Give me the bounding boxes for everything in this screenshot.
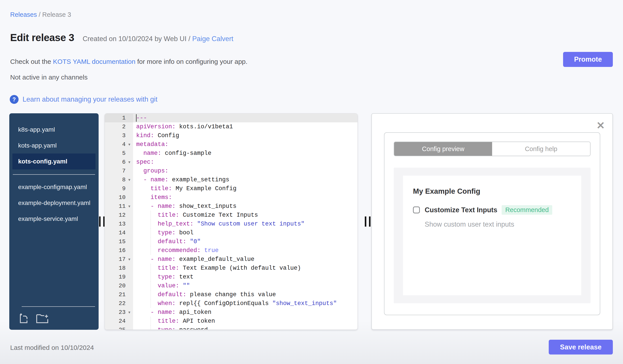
fold-arrow-icon[interactable]: ▾ [126, 158, 133, 166]
tab-config-preview[interactable]: Config preview [394, 142, 492, 156]
gutter-cell: 4▾ [105, 140, 133, 149]
code-line-content: default: please change this value [133, 290, 357, 299]
docs-hint-prefix: Check out the [10, 58, 53, 65]
git-releases-link-label: Learn about managing your releases with … [22, 95, 157, 103]
code-line-24: 24 title: API token [105, 317, 357, 325]
fold-arrow-icon[interactable]: ▾ [126, 202, 133, 211]
promote-button[interactable]: Promote [563, 52, 613, 67]
breadcrumb-separator: / [37, 11, 42, 18]
gutter-cell: 19 [105, 273, 133, 281]
file-item-kots-app.yaml[interactable]: kots-app.yaml [9, 138, 99, 154]
config-group-title: My Example Config [413, 187, 571, 196]
fold-arrow-icon[interactable]: ▾ [126, 308, 133, 317]
kots-yaml-docs-link[interactable]: KOTS YAML documentation [53, 58, 135, 65]
breadcrumb-releases-link[interactable]: Releases [10, 11, 37, 18]
code-line-content: items: [133, 193, 357, 202]
release-editor: k8s-app.yamlkots-app.yamlkots-config.yam… [9, 113, 613, 330]
code-line-18: 18 title: Text Example (with default val… [105, 264, 357, 273]
code-line-17: 17▾ - name: example_default_value [105, 255, 357, 264]
code-line-content: default: "0" [133, 237, 357, 246]
code-line-content: type: text [133, 273, 357, 281]
last-modified: Last modified on 10/10/2024 [10, 344, 94, 351]
fold-arrow-icon[interactable]: ▾ [126, 140, 133, 149]
code-line-content: help_text: "Show custom user text inputs… [133, 220, 357, 228]
add-file-icon[interactable] [18, 313, 29, 324]
code-line-content: type: bool [133, 228, 357, 237]
config-option-row: Customize Text Inputs Recommended [413, 205, 571, 215]
file-item-example-service.yaml[interactable]: example-service.yaml [9, 211, 99, 227]
tab-config-help[interactable]: Config help [492, 142, 590, 156]
config-preview-panel: ✕ Config previewConfig help My Example C… [371, 113, 613, 330]
code-line-14: 14 type: bool [105, 228, 357, 237]
code-line-content: spec: [133, 158, 357, 166]
code-line-content: when: repl{{ ConfigOptionEquals "show_te… [133, 299, 357, 308]
code-line-content: - name: api_token [133, 308, 357, 317]
gutter-cell: 24 [105, 317, 133, 325]
customize-text-inputs-checkbox[interactable] [413, 206, 420, 213]
code-line-13: 13 help_text: "Show custom user text inp… [105, 220, 357, 228]
file-item-example-configmap.yaml[interactable]: example-configmap.yaml [9, 179, 99, 195]
file-item-example-deployment.yaml[interactable]: example-deployment.yaml [9, 195, 99, 211]
file-item-kots-config.yaml[interactable]: kots-config.yaml [12, 154, 95, 169]
code-line-10: 10 items: [105, 193, 357, 202]
gutter-cell: 23▾ [105, 308, 133, 317]
code-line-content: type: password [133, 325, 357, 330]
config-tabs: Config previewConfig help [394, 142, 591, 156]
code-line-content: - name: show_text_inputs [133, 202, 357, 211]
gutter-cell: 13 [105, 220, 133, 228]
yaml-code-editor[interactable]: 1---2apiVersion: kots.io/v1beta13kind: C… [105, 113, 358, 330]
code-line-12: 12 title: Customize Text Inputs [105, 211, 357, 220]
sidebar-resize-handle[interactable] [99, 217, 105, 227]
code-line-content: name: config-sample [133, 149, 357, 158]
gutter-cell: 16 [105, 246, 133, 255]
gutter-cell: 9 [105, 184, 133, 193]
code-line-15: 15 default: "0" [105, 237, 357, 246]
code-line-21: 21 default: please change this value [105, 290, 357, 299]
code-line-25: 25 type: password [105, 325, 357, 330]
add-folder-icon[interactable] [36, 313, 49, 324]
author-link[interactable]: Paige Calvert [192, 35, 233, 43]
git-releases-link[interactable]: ? Learn about managing your releases wit… [10, 95, 157, 104]
code-line-9: 9 title: My Example Config [105, 184, 357, 193]
preview-resize-handle[interactable] [365, 217, 371, 227]
gutter-cell: 7 [105, 166, 133, 175]
recommended-badge: Recommended [502, 205, 552, 215]
gutter-cell: 1 [105, 114, 133, 122]
sidebar-divider [13, 174, 95, 175]
gutter-cell: 11▾ [105, 202, 133, 211]
code-line-7: 7 groups: [105, 166, 357, 175]
code-line-content: apiVersion: kots.io/v1beta1 [133, 122, 357, 131]
code-line-content: - name: example_settings [133, 175, 357, 184]
code-line-content: - name: example_default_value [133, 255, 357, 264]
code-line-content: title: My Example Config [133, 184, 357, 193]
code-line-11: 11▾ - name: show_text_inputs [105, 202, 357, 211]
code-line-3: 3kind: Config [105, 131, 357, 140]
file-item-k8s-app.yaml[interactable]: k8s-app.yaml [9, 122, 99, 138]
gutter-cell: 6▾ [105, 158, 133, 166]
help-question-icon: ? [10, 95, 19, 104]
file-sidebar: k8s-app.yamlkots-app.yamlkots-config.yam… [9, 113, 99, 330]
code-line-2: 2apiVersion: kots.io/v1beta1 [105, 122, 357, 131]
close-icon[interactable]: ✕ [596, 120, 605, 131]
breadcrumb-current: Release 3 [42, 11, 71, 18]
page: Releases / Release 3 Edit release 3 Crea… [0, 0, 623, 364]
save-release-button[interactable]: Save release [549, 340, 613, 355]
gutter-cell: 8▾ [105, 175, 133, 184]
gutter-cell: 3 [105, 131, 133, 140]
code-line-16: 16 recommended: true [105, 246, 357, 255]
fold-arrow-icon[interactable]: ▾ [126, 255, 133, 264]
code-line-19: 19 type: text [105, 273, 357, 281]
config-card: My Example Config Customize Text Inputs … [403, 176, 581, 295]
code-line-6: 6▾spec: [105, 158, 357, 166]
code-line-content: title: Text Example (with default value) [133, 264, 357, 273]
code-line-content: recommended: true [133, 246, 357, 255]
code-line-8: 8▾ - name: example_settings [105, 175, 357, 184]
code-line-4: 4▾metadata: [105, 140, 357, 149]
checkbox-help-text: Show custom user text inputs [425, 221, 571, 228]
gutter-cell: 5 [105, 149, 133, 158]
fold-arrow-icon[interactable]: ▾ [126, 175, 133, 184]
channel-status: Not active in any channels [10, 74, 88, 81]
code-line-content: kind: Config [133, 131, 357, 140]
code-line-content: title: Customize Text Inputs [133, 211, 357, 220]
gutter-cell: 10 [105, 193, 133, 202]
